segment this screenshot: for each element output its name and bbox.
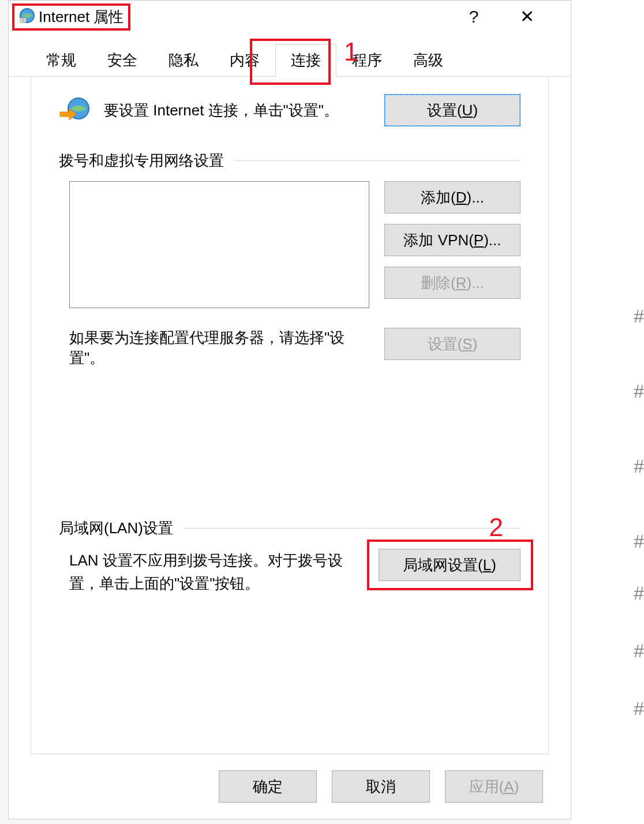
setup-button-suffix: ) [473,102,478,119]
internet-properties-dialog: Internet 属性 ? ✕ 常规 安全 隐私 内容 连接 程序 高级 1 要… [8,0,571,819]
setup-row: 要设置 Internet 连接，单击"设置"。 设置(U) [59,94,521,126]
proxy-instruction-text: 如果要为连接配置代理服务器，请选择"设置"。 [69,328,369,368]
addvpn-suffix: )... [484,231,501,249]
titlebar: Internet 属性 ? ✕ [9,1,571,33]
addvpn-prefix: 添加 VPN( [403,230,473,250]
lan-row: LAN 设置不应用到拨号连接。对于拨号设置，单击上面的"设置"按钮。 局域网设置… [69,549,521,595]
remove-prefix: 删除( [421,273,456,293]
ok-button[interactable]: 确定 [219,770,317,803]
setup-button[interactable]: 设置(U) [384,94,521,126]
dial-buttons: 添加(D)... 添加 VPN(P)... 删除(R)... [384,181,521,299]
close-button[interactable]: ✕ [511,1,543,33]
dial-section-title: 拨号和虚拟专用网络设置 [59,151,521,171]
lan-instruction-text: LAN 设置不应用到拨号连接。对于拨号设置，单击上面的"设置"按钮。 [69,549,364,595]
background-sidebar [570,0,644,824]
setup-button-hotkey: U [462,102,473,119]
dial-settings-button: 设置(S) [384,328,521,360]
lan-section-title: 局域网(LAN)设置 [59,518,521,538]
bg-hash: # [634,641,644,662]
setup-button-prefix: 设置( [427,100,462,121]
dialog-footer: 确定 取消 应用(A) [9,754,571,819]
tab-security[interactable]: 安全 [92,44,153,77]
apply-suffix: ) [514,778,519,796]
remove-hotkey: R [456,274,467,292]
dial-section-title-text: 拨号和虚拟专用网络设置 [59,151,224,171]
tab-privacy[interactable]: 隐私 [153,44,214,77]
bg-hash: # [634,531,644,552]
add-prefix: 添加( [421,188,456,208]
dial-connections-listbox[interactable] [69,181,369,308]
tab-general[interactable]: 常规 [31,44,92,77]
bg-hash: # [634,583,644,604]
dial-settings-suffix: ) [473,335,478,353]
internet-options-icon [19,8,35,26]
lan-settings-button[interactable]: 局域网设置(L) [379,549,521,581]
apply-prefix: 应用( [469,777,504,797]
tab-programs[interactable]: 程序 [336,44,398,77]
addvpn-hotkey: P [474,231,484,249]
lan-section: 局域网(LAN)设置 LAN 设置不应用到拨号连接。对于拨号设置，单击上面的"设… [59,518,521,595]
dial-row: 添加(D)... 添加 VPN(P)... 删除(R)... [69,181,521,308]
lan-section-title-text: 局域网(LAN)设置 [59,518,173,538]
lan-button-prefix: 局域网设置( [403,555,483,575]
bg-hash: # [634,698,644,720]
tab-content[interactable]: 内容 [214,44,275,77]
remove-suffix: )... [467,274,484,292]
add-hotkey: D [456,189,467,207]
help-button[interactable]: ? [458,1,490,33]
add-suffix: )... [467,189,484,207]
remove-connection-button: 删除(R)... [384,267,521,299]
lan-button-suffix: ) [491,556,496,574]
lan-button-hotkey: L [483,556,491,574]
bg-hash: # [634,306,644,327]
proxy-row: 如果要为连接配置代理服务器，请选择"设置"。 设置(S) [69,328,521,368]
bg-hash: # [634,456,644,477]
tab-strip: 常规 安全 隐私 内容 连接 程序 高级 [9,46,571,77]
apply-button: 应用(A) [445,770,543,803]
globe-arrow-icon [59,95,90,126]
window-title: Internet 属性 [39,7,123,27]
apply-hotkey: A [504,778,514,796]
add-vpn-button[interactable]: 添加 VPN(P)... [384,224,521,256]
cancel-button[interactable]: 取消 [332,770,430,803]
title-highlight-box: Internet 属性 [12,3,130,31]
bg-hash: # [634,381,644,402]
dial-settings-hotkey: S [462,335,472,353]
tab-connections[interactable]: 连接 [275,44,336,77]
setup-instruction-text: 要设置 Internet 连接，单击"设置"。 [104,100,370,121]
dial-settings-prefix: 设置( [428,334,463,354]
add-connection-button[interactable]: 添加(D)... [384,181,521,214]
tab-advanced[interactable]: 高级 [398,44,459,77]
tab-panel-connections: 要设置 Internet 连接，单击"设置"。 设置(U) 拨号和虚拟专用网络设… [31,77,549,754]
